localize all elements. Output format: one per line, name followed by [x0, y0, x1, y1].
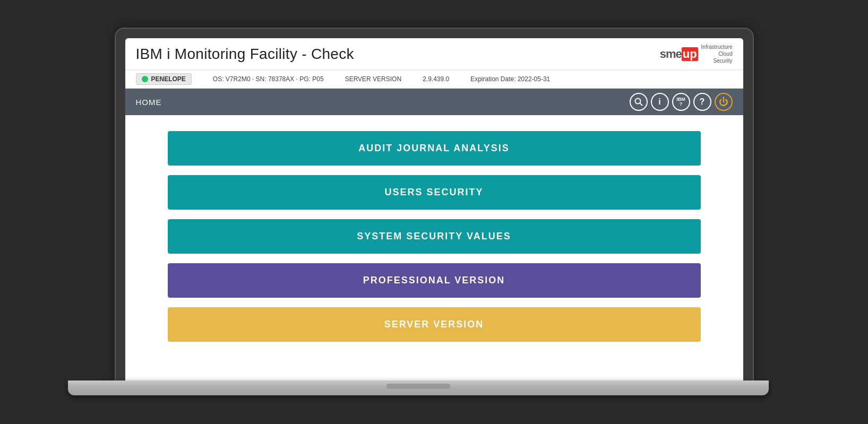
info-icon-button[interactable]: i: [651, 93, 669, 111]
laptop-screen: IBM i Monitoring Facility - Check smeup …: [125, 38, 743, 380]
logo-tagline: InfrastructureCloudSecurity: [701, 44, 733, 64]
svg-point-0: [635, 99, 640, 104]
expiration-date: Expiration Date: 2022-05-31: [470, 75, 550, 83]
main-content: AUDIT JOURNAL ANALYSIS USERS SECURITY SY…: [125, 115, 743, 380]
version-number: 2.9.439.0: [423, 75, 449, 83]
search-icon-button[interactable]: [630, 93, 648, 111]
power-icon-button[interactable]: ⏻: [715, 93, 733, 111]
power-icon: ⏻: [719, 97, 728, 108]
logo-up-text: up: [682, 47, 698, 61]
info-icon: i: [658, 97, 660, 107]
logo-sme-text: sme: [660, 47, 682, 61]
server-name: PENELOPE: [151, 75, 186, 83]
status-bar: PENELOPE OS: V7R2M0 · SN: 78378AX · PG: …: [125, 70, 743, 89]
professional-version-button[interactable]: PROFESSIONAL VERSION: [168, 263, 701, 298]
os-info: OS: V7R2M0 · SN: 78378AX · PG: P05: [213, 75, 324, 83]
ibm-icon-button[interactable]: IBM ?: [672, 93, 690, 111]
server-version-label: SERVER VERSION: [345, 75, 401, 83]
status-dot: [142, 76, 148, 82]
app-title: IBM i Monitoring Facility - Check: [136, 46, 354, 63]
help-icon: ?: [700, 97, 705, 107]
svg-line-1: [640, 103, 642, 106]
system-security-button[interactable]: SYSTEM SECURITY VALUES: [168, 219, 701, 254]
laptop-base: [68, 380, 769, 395]
smeup-logo: smeup InfrastructureCloudSecurity: [660, 44, 733, 64]
users-security-button[interactable]: USERS SECURITY: [168, 175, 701, 210]
laptop-wrapper: IBM i Monitoring Facility - Check smeup …: [116, 29, 753, 395]
ibm-question-icon: ?: [680, 102, 683, 107]
navbar: HOME i IBM ?: [125, 89, 743, 115]
server-version-button[interactable]: SERVER VERSION: [168, 307, 701, 342]
nav-home[interactable]: HOME: [136, 98, 162, 107]
nav-icons: i IBM ? ? ⏻: [630, 93, 733, 111]
screen-bezel: IBM i Monitoring Facility - Check smeup …: [116, 29, 753, 380]
help-icon-button[interactable]: ?: [693, 93, 711, 111]
app-header: IBM i Monitoring Facility - Check smeup …: [125, 38, 743, 70]
audit-journal-button[interactable]: AUDIT JOURNAL ANALYSIS: [168, 131, 701, 166]
header-right: smeup InfrastructureCloudSecurity: [660, 44, 733, 64]
server-badge: PENELOPE: [136, 73, 192, 85]
